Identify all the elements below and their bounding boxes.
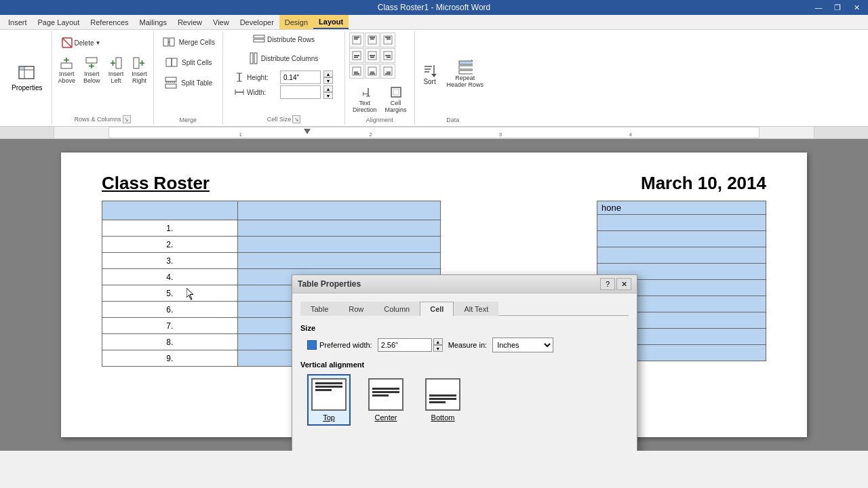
align-bottom-option[interactable]: Bottom [421, 374, 465, 426]
ribbon-group-alignment: T TextDirection CellMargins Alignment [345, 31, 415, 125]
align-center-label: Center [374, 413, 397, 422]
align-top-label: Top [323, 413, 335, 422]
dialog-title: Table Properties [298, 279, 361, 289]
ribbon-group-rows-cols: Delete ▼ InsertAbove [52, 31, 154, 125]
tab-row[interactable]: Row [338, 302, 374, 316]
delete-icon [60, 35, 75, 50]
height-label: Height: [247, 74, 277, 81]
cell-margins-button[interactable]: CellMargins [382, 83, 410, 115]
svg-rect-23 [165, 77, 176, 81]
modal-overlay: Table Properties ? ✕ Table Row Column Ce… [0, 139, 868, 451]
distribute-cols-button[interactable]: Distribute Columns [246, 50, 321, 66]
height-spinner: ▲ ▼ [323, 70, 333, 84]
merge-cells-button[interactable]: Merge Cells [158, 33, 218, 52]
distribute-rows-button[interactable]: Distribute Rows [250, 33, 318, 46]
menu-review[interactable]: Review [172, 15, 208, 29]
align-center-box [368, 378, 403, 411]
split-cells-label: Split Cells [182, 59, 212, 66]
preferred-width-spin-up[interactable]: ▲ [433, 338, 443, 345]
properties-button[interactable]: Properties [7, 60, 47, 95]
cell-size-expand[interactable]: ↘ [292, 115, 300, 123]
align-top-option[interactable]: Top [307, 374, 351, 426]
ribbon-content: Properties Delete ▼ [0, 30, 868, 126]
svg-marker-72 [431, 74, 437, 77]
rows-cols-expand[interactable]: ↘ [123, 115, 131, 123]
ruler-mark-3: 3 [499, 131, 502, 138]
menu-page-layout[interactable]: Page Layout [33, 15, 85, 29]
split-table-button[interactable]: Split Table [160, 73, 216, 92]
svg-rect-29 [254, 53, 257, 64]
svg-rect-75 [459, 70, 473, 74]
vert-align-options: Top Center [300, 374, 629, 426]
dialog-help-button[interactable]: ? [600, 278, 615, 290]
svg-rect-12 [116, 58, 121, 68]
delete-button[interactable]: Delete ▼ [55, 33, 106, 53]
distribute-cols-label: Distribute Columns [261, 55, 318, 62]
menu-view[interactable]: View [208, 15, 235, 29]
measure-in-select[interactable]: Inches Percent [492, 338, 553, 352]
menu-insert[interactable]: Insert [3, 15, 33, 29]
preferred-width-checkbox-row: Preferred width: [307, 340, 372, 350]
sort-button[interactable]: Sort [419, 61, 441, 87]
document-area: Class Roster 1. 2. 3. [0, 139, 868, 451]
width-spin-down[interactable]: ▼ [323, 92, 333, 99]
preferred-width-input[interactable] [378, 338, 432, 352]
repeat-header-button[interactable]: RepeatHeader Rows [443, 58, 488, 90]
svg-rect-9 [86, 58, 97, 63]
height-input[interactable] [280, 70, 321, 84]
insert-left-icon [108, 56, 123, 70]
svg-rect-6 [61, 63, 72, 68]
restore-button[interactable]: ❐ [829, 1, 846, 14]
align-top-lines [315, 382, 342, 392]
align-bottom-right[interactable] [380, 64, 395, 79]
insert-above-button[interactable]: InsertAbove [55, 54, 79, 86]
insert-left-button[interactable]: InsertLeft [105, 54, 127, 86]
width-spin-up[interactable]: ▲ [323, 85, 333, 92]
menu-mailings[interactable]: Mailings [134, 15, 172, 29]
split-cells-button[interactable]: Split Cells [161, 53, 215, 72]
delete-label: Delete [75, 39, 94, 47]
menu-layout[interactable]: Layout [313, 15, 349, 29]
insert-right-button[interactable]: InsertRight [128, 54, 151, 86]
align-top-left[interactable] [349, 33, 364, 47]
dialog-tabs: Table Row Column Cell Alt Text [300, 302, 629, 316]
align-bottom-left[interactable] [349, 64, 364, 79]
tab-table[interactable]: Table [300, 302, 338, 316]
insert-below-button[interactable]: InsertBelow [80, 54, 104, 86]
align-bottom-label: Bottom [431, 413, 455, 422]
preferred-width-input-group: ▲ ▼ [378, 338, 443, 352]
align-top-center[interactable] [365, 33, 380, 47]
menu-references[interactable]: References [85, 15, 134, 29]
preferred-width-spin-down[interactable]: ▼ [433, 345, 443, 352]
align-middle-right[interactable] [380, 48, 395, 63]
window-close-button[interactable]: ✕ [848, 1, 865, 14]
preferred-width-checkbox[interactable] [307, 340, 317, 350]
ruler-mark-2: 2 [369, 131, 372, 138]
align-top-box [311, 378, 347, 411]
delete-dropdown-arrow[interactable]: ▼ [95, 40, 100, 46]
dialog-spacer [300, 431, 629, 451]
tab-cell[interactable]: Cell [420, 302, 454, 316]
tab-alt-text[interactable]: Alt Text [454, 302, 498, 316]
minimize-button[interactable]: — [810, 1, 827, 14]
align-center-option[interactable]: Center [364, 374, 408, 426]
align-top-right[interactable] [380, 33, 395, 47]
ruler-tab[interactable] [304, 129, 311, 134]
align-middle-center[interactable] [365, 48, 380, 63]
align-bottom-center[interactable] [365, 64, 380, 79]
tab-column[interactable]: Column [374, 302, 420, 316]
width-input[interactable] [280, 85, 321, 99]
text-direction-button[interactable]: T TextDirection [349, 83, 380, 115]
align-middle-left[interactable] [349, 48, 364, 63]
height-spin-up[interactable]: ▲ [323, 70, 333, 77]
menu-developer[interactable]: Developer [235, 15, 279, 29]
distribute-cols-icon [250, 52, 259, 64]
menu-design[interactable]: Design [279, 15, 313, 29]
height-icon [235, 73, 244, 82]
height-spin-down[interactable]: ▼ [323, 77, 333, 84]
properties-icon [18, 64, 37, 84]
dialog-close-button[interactable]: ✕ [616, 278, 631, 290]
alignment-group-label: Alignment [366, 117, 393, 123]
ribbon: Properties Delete ▼ [0, 30, 868, 127]
dialog-body: Table Row Column Cell Alt Text Size Pref… [292, 293, 637, 451]
